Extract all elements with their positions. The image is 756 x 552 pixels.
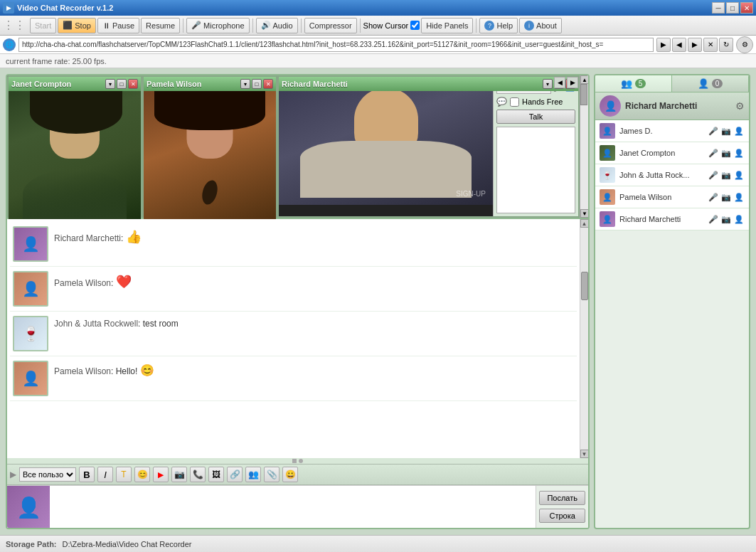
group-icon[interactable]: 👥 — [245, 467, 261, 482]
richard-watermark: SIGN-UP — [456, 190, 486, 198]
send-button[interactable]: Послать — [539, 491, 585, 505]
nav-back-button[interactable]: ◀ — [672, 38, 686, 52]
participant-icons: 🎤 📷 👤 — [708, 191, 745, 203]
cam-icon[interactable]: 📷 — [720, 213, 732, 225]
janet-body — [23, 169, 127, 219]
url-input[interactable] — [18, 38, 654, 52]
close-button[interactable]: ✕ — [740, 2, 753, 14]
microphone-button[interactable]: 🎤 Microphone — [186, 18, 249, 33]
message-row: 👤 Pamela Wilson: Hello! 😊 — [10, 356, 577, 401]
person-icon[interactable]: 👤 — [733, 191, 745, 203]
show-cursor-label[interactable]: Show Cursor — [363, 21, 420, 30]
link-icon[interactable]: 🔗 — [227, 467, 243, 482]
msg-content-2: Pamela Wilson: ❤️ — [54, 271, 574, 290]
cam-icon[interactable]: 📷 — [720, 169, 732, 181]
start-button[interactable]: Start — [30, 18, 56, 33]
camera-icon[interactable]: 📷 — [171, 467, 187, 482]
janet-ctrl-btns: ▾ □ ✕ — [105, 79, 138, 89]
toolbar-grip: ⋮⋮ — [3, 18, 26, 32]
image-icon[interactable]: 🖼 — [208, 467, 224, 482]
nav-refresh-button[interactable]: ↻ — [719, 38, 733, 52]
app-icon: ▶ — [3, 2, 14, 14]
pamela-title-bar: Pamela Wilson ▾ □ ✕ — [144, 77, 276, 91]
msg-content-1: Richard Marchetti: 👍 — [54, 226, 574, 245]
header-participant-name: Richard Marchetti — [625, 101, 731, 111]
pamela-close-btn[interactable]: ✕ — [263, 79, 273, 89]
chat-input-field[interactable] — [50, 486, 536, 528]
channel-select[interactable]: Все пользо — [19, 467, 76, 482]
minimize-button[interactable]: ─ — [712, 2, 725, 14]
msg-content-3: John & Jutta Rockwell: test room — [54, 316, 574, 329]
pamela-mic — [200, 179, 220, 206]
line-button[interactable]: Строка — [539, 509, 585, 523]
richard-title-bar: Richard Marchetti ▾ □ ✕ — [279, 77, 578, 91]
video-window-janet: Janet Crompton ▾ □ ✕ — [7, 75, 142, 218]
mic-icon[interactable]: 🎤 — [708, 169, 719, 181]
maximize-button[interactable]: □ — [726, 2, 739, 14]
format-italic[interactable]: I — [97, 467, 113, 482]
settings-gear-icon[interactable]: ⚙ — [735, 100, 745, 112]
paperclip-icon[interactable]: 📎 — [264, 467, 279, 482]
janet-min-btn[interactable]: ▾ — [105, 79, 115, 89]
tab-guests[interactable]: 👤 0 — [672, 75, 749, 92]
vsb-thumb[interactable] — [580, 84, 587, 105]
hide-panels-button[interactable]: Hide Panels — [421, 18, 473, 33]
person-icon[interactable]: 👤 — [733, 147, 745, 159]
person-icon[interactable]: 👤 — [733, 213, 745, 225]
janet-close-btn[interactable]: ✕ — [128, 79, 138, 89]
richard-min-btn[interactable]: ▾ — [543, 79, 553, 89]
youtube-icon[interactable]: ▶ — [153, 467, 169, 482]
talk-button[interactable]: Talk — [496, 110, 575, 124]
mic-icon[interactable]: 🎤 — [708, 191, 719, 203]
about-button[interactable]: i About — [519, 18, 562, 33]
mic-icon[interactable]: 🎤 — [708, 125, 719, 137]
pause-button[interactable]: ⏸ Pause — [97, 18, 139, 33]
compressor-button[interactable]: Compressor — [304, 18, 357, 33]
video-scrollbar: ▲ ▼ — [580, 75, 588, 218]
help-button[interactable]: ? Help — [479, 18, 518, 33]
pamela-video-feed — [144, 91, 276, 219]
nav-right-arrow[interactable]: ▶ — [567, 77, 578, 88]
nav-left-arrow[interactable]: ◀ — [554, 77, 565, 88]
phone-icon[interactable]: 📞 — [190, 467, 206, 482]
cam-icon[interactable]: 📷 — [720, 147, 732, 159]
members-icon: 👥 — [621, 78, 632, 89]
vsb-down[interactable]: ▼ — [580, 209, 589, 218]
emoji-smiley[interactable]: 😊 — [134, 467, 150, 482]
mic-icon[interactable]: 🎤 — [708, 147, 719, 159]
format-bold[interactable]: B — [79, 467, 95, 482]
janet-max-btn[interactable]: □ — [117, 79, 127, 89]
side-text-area[interactable] — [496, 127, 575, 213]
nav-stop-button[interactable]: ✕ — [703, 38, 718, 52]
mic-icon[interactable]: 🎤 — [708, 213, 719, 225]
participant-avatar: 👤 — [600, 211, 615, 227]
input-area: 👤 Послать Строка — [7, 485, 588, 528]
audio-button[interactable]: 🔊 Audio — [256, 18, 298, 33]
person-icon[interactable]: 👤 — [733, 125, 745, 137]
vsb-up[interactable]: ▲ — [580, 75, 589, 84]
msg-scroll-down[interactable]: ▼ — [580, 450, 589, 458]
sticker-icon[interactable]: 😀 — [282, 467, 298, 482]
hands-free-checkbox[interactable] — [510, 97, 519, 107]
participants-list: 👤 James D. 🎤 📷 👤 👤 Janet Crompton 🎤 📷 👤 — [595, 120, 749, 528]
pamela-min-btn[interactable]: ▾ — [240, 79, 250, 89]
format-text[interactable]: T — [116, 467, 132, 482]
msg-scroll-thumb[interactable] — [581, 272, 588, 300]
nav-forward-button[interactable]: ▶ — [688, 38, 702, 52]
msg-scroll-up[interactable]: ▲ — [580, 219, 589, 228]
show-cursor-checkbox[interactable] — [410, 21, 420, 30]
bottom-status-bar: Storage Path: D:\Zebra-Media\Video Chat … — [0, 535, 756, 552]
stop-button[interactable]: ⬛ Stop — [58, 18, 96, 33]
settings-wheel[interactable]: ⚙ — [736, 36, 753, 53]
nav-play-button[interactable]: ▶ — [656, 38, 671, 52]
resume-button[interactable]: Resume — [141, 18, 180, 33]
participant-name: Janet Crompton — [619, 149, 703, 157]
my-avatar: 👤 — [7, 486, 50, 529]
video-nav-arrows: ◀ ▶ — [554, 77, 578, 88]
participant-name: Pamela Wilson — [619, 193, 703, 201]
tab-members[interactable]: 👥 5 — [595, 75, 672, 92]
person-icon[interactable]: 👤 — [733, 169, 745, 181]
cam-icon[interactable]: 📷 — [720, 191, 732, 203]
cam-icon[interactable]: 📷 — [720, 125, 732, 137]
pamela-max-btn[interactable]: □ — [252, 79, 262, 89]
